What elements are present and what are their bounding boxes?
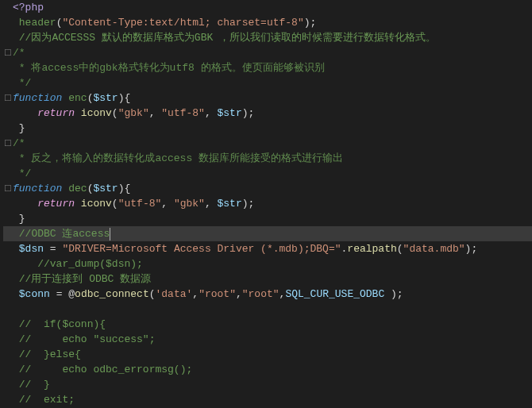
code-line[interactable]: // exit;: [3, 392, 532, 407]
token-at-symbol: @: [68, 288, 75, 300]
line-content: //var_dump($dsn);: [13, 256, 532, 271]
token-variable: $str: [93, 183, 118, 194]
code-line[interactable]: // if($conn){: [3, 317, 532, 332]
line-content: /*: [13, 136, 532, 151]
code-line[interactable]: return iconv("gbk", "utf-8", $str);: [3, 106, 532, 121]
code-line[interactable]: //用于连接到 ODBC 数据源: [3, 271, 532, 287]
token-string: "utf-8": [161, 107, 205, 119]
fold-marker: [3, 256, 13, 271]
token-paren: ): [391, 288, 397, 300]
code-line[interactable]: }: [3, 121, 532, 136]
code-line[interactable]: // echo odbc_errormsg();: [3, 362, 532, 377]
token-punct: ,: [192, 288, 199, 300]
code-line[interactable]: * 反之，将输入的数据转化成access 数据库所能接受的格式进行输出: [3, 151, 532, 166]
line-content: */: [13, 166, 532, 181]
token-string: "gbk": [118, 107, 149, 119]
fold-marker: [3, 392, 13, 407]
token-paren: (: [149, 288, 156, 300]
token-white: [13, 348, 19, 360]
fold-marker: [3, 151, 13, 166]
code-line[interactable]: □function enc($str){: [3, 90, 532, 106]
code-line[interactable]: □function dec($str){: [3, 181, 532, 196]
code-line[interactable]: header("Content-Type:text/html; charset=…: [3, 15, 532, 30]
line-content: */: [13, 75, 532, 90]
fold-marker: [3, 30, 13, 45]
code-line[interactable]: //var_dump($dsn);: [3, 256, 532, 271]
token-white: [13, 228, 19, 240]
token-variable: $str: [218, 198, 242, 210]
token-semi: ;: [310, 17, 317, 29]
token-paren: ): [304, 17, 310, 29]
token-semi: ;: [471, 243, 477, 255]
line-content: $dsn = "DRIVER=Microsoft Access Driver (…: [13, 241, 532, 256]
code-line[interactable]: [3, 302, 532, 317]
code-area[interactable]: <?php header("Content-Type:text/html; ch…: [0, 0, 532, 408]
code-line[interactable]: // }else{: [3, 347, 532, 362]
token-function-name: enc: [68, 92, 87, 104]
code-line[interactable]: $conn = @odbc_connect('data',"root","roo…: [3, 287, 532, 302]
fold-marker: [3, 0, 13, 15]
token-keyword-return: return: [37, 198, 75, 210]
line-content: }: [13, 121, 532, 136]
line-content: function dec($str){: [13, 181, 532, 196]
line-content: * 将access中的gbk格式转化为utf8 的格式。使页面能够被识别: [13, 60, 532, 75]
fold-marker[interactable]: □: [3, 90, 13, 106]
code-line[interactable]: □/*: [3, 136, 532, 151]
token-string: "Content-Type:text/html; charset=utf-8": [62, 17, 303, 29]
code-line[interactable]: <?php: [3, 0, 532, 15]
token-brace: {: [124, 183, 130, 194]
line-content: //用于连接到 ODBC 数据源: [13, 271, 532, 287]
code-line[interactable]: return iconv("utf-8", "gbk", $str);: [3, 196, 532, 211]
fold-marker: [3, 196, 13, 211]
fold-marker: [3, 106, 13, 121]
line-content: * 反之，将输入的数据转化成access 数据库所能接受的格式进行输出: [13, 151, 532, 166]
text-cursor: [110, 228, 110, 241]
token-string: 'data': [156, 288, 193, 300]
token-function-name: dec: [68, 183, 87, 194]
token-white: [13, 17, 19, 29]
fold-marker[interactable]: □: [3, 45, 13, 60]
token-function-name: header: [19, 17, 56, 29]
token-string: "utf-8": [118, 198, 162, 210]
code-line[interactable]: */: [3, 75, 532, 90]
fold-marker: [3, 332, 13, 347]
token-string: "data.mdb": [403, 243, 465, 255]
line-content: /*: [13, 45, 532, 60]
token-brace: }: [19, 213, 25, 225]
token-white: [13, 213, 19, 225]
fold-marker[interactable]: □: [3, 181, 13, 196]
fold-marker[interactable]: □: [3, 136, 13, 151]
token-comment: //ODBC 连access: [19, 228, 110, 240]
token-white: [13, 379, 19, 391]
token-keyword-function: function: [13, 183, 62, 194]
token-comment: // echo odbc_errormsg();: [19, 364, 192, 375]
code-line[interactable]: // echo "success";: [3, 332, 532, 347]
fold-marker: [3, 15, 13, 30]
code-editor[interactable]: <?php header("Content-Type:text/html; ch…: [0, 0, 532, 408]
token-white: [44, 243, 50, 255]
code-line[interactable]: */: [3, 166, 532, 181]
token-white: [13, 198, 37, 210]
token-comment-block: * 反之，将输入的数据转化成access 数据库所能接受的格式进行输出: [13, 152, 343, 164]
code-line[interactable]: // }: [3, 377, 532, 392]
token-keyword-function: function: [13, 92, 62, 104]
token-php-tag: <?php: [13, 2, 44, 13]
token-white: [13, 258, 37, 270]
code-line[interactable]: □/*: [3, 45, 532, 60]
token-white: [13, 318, 19, 330]
code-line[interactable]: * 将access中的gbk格式转化为utf8 的格式。使页面能够被识别: [3, 60, 532, 75]
code-line[interactable]: $dsn = "DRIVER=Microsoft Access Driver (…: [3, 241, 532, 256]
fold-marker: [3, 271, 13, 287]
token-brace: {: [124, 92, 130, 104]
token-func-builtin: odbc_connect: [75, 288, 149, 300]
line-content: // echo odbc_errormsg();: [13, 362, 532, 377]
line-content: $conn = @odbc_connect('data',"root","roo…: [13, 287, 532, 302]
token-func-i: iconv: [81, 198, 112, 210]
line-content: [13, 302, 532, 317]
fold-marker: [3, 287, 13, 302]
token-string: "gbk": [174, 198, 205, 210]
code-line[interactable]: //ODBC 连access: [3, 226, 532, 241]
token-comment: // if($conn){: [19, 318, 106, 330]
code-line[interactable]: //因为ACCESSS 默认的数据库格式为GBK ，所以我们读取的时候需要进行数…: [3, 30, 532, 45]
code-line[interactable]: }: [3, 211, 532, 226]
